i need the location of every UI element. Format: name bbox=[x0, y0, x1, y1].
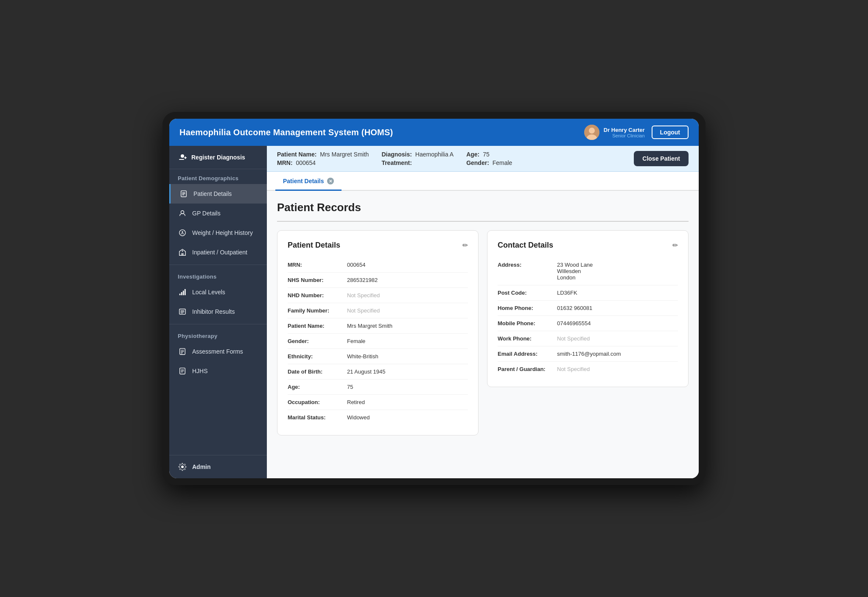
svg-rect-25 bbox=[181, 350, 184, 350]
field-label: Marital Status: bbox=[288, 414, 347, 421]
sidebar: Register Diagnosis Patient Demographics … bbox=[169, 146, 267, 478]
patient-details-label: Patient Details bbox=[193, 190, 232, 197]
svg-rect-14 bbox=[181, 253, 183, 255]
field-label: Parent / Guardian: bbox=[498, 366, 557, 372]
patient-info-grid: Patient Name: Mrs Margret Smith Diagnosi… bbox=[277, 151, 634, 166]
weight-height-label: Weight / Height History bbox=[192, 229, 253, 236]
patient-fields: MRN:000654NHS Number:2865321982NHD Numbe… bbox=[288, 257, 468, 425]
inpatient-icon bbox=[178, 248, 187, 257]
svg-point-3 bbox=[181, 154, 184, 158]
field-row: Mobile Phone:07446965554 bbox=[498, 316, 678, 331]
field-row: Parent / Guardian:Not Specified bbox=[498, 362, 678, 377]
svg-rect-15 bbox=[182, 251, 183, 252]
field-row: Occupation:Retired bbox=[288, 395, 468, 410]
field-label: Post Code: bbox=[498, 290, 557, 296]
field-label: Email Address: bbox=[498, 351, 557, 357]
admin-button[interactable]: Admin bbox=[169, 455, 267, 478]
field-value: 2865321982 bbox=[347, 277, 468, 283]
patient-details-card: Patient Details ✏ MRN:000654NHS Number:2… bbox=[277, 230, 479, 435]
field-label: Family Number: bbox=[288, 307, 347, 314]
svg-rect-31 bbox=[181, 371, 184, 371]
header-right: Dr Henry Carter Senior Clinician Logout bbox=[584, 125, 689, 140]
app-container: Haemophilia Outcome Management System (H… bbox=[169, 119, 699, 478]
field-row: Address:23 Wood Lane Willesden London bbox=[498, 257, 678, 285]
logout-button[interactable]: Logout bbox=[652, 126, 689, 139]
patient-details-edit-icon[interactable]: ✏ bbox=[462, 241, 468, 249]
field-label: Patient Name: bbox=[288, 323, 347, 329]
field-value: Mrs Margret Smith bbox=[347, 323, 468, 329]
svg-rect-19 bbox=[185, 289, 186, 295]
field-row: Ethnicity:White-British bbox=[288, 349, 468, 364]
inhibitor-results-label: Inhibitor Results bbox=[192, 308, 235, 315]
sidebar-item-weight-height[interactable]: Weight / Height History bbox=[169, 223, 267, 243]
field-row: Home Phone:01632 960081 bbox=[498, 301, 678, 316]
svg-rect-28 bbox=[181, 354, 182, 354]
field-label: MRN: bbox=[288, 262, 347, 268]
field-label: Home Phone: bbox=[498, 305, 557, 311]
field-row: Post Code:LD36FK bbox=[498, 285, 678, 301]
sidebar-item-gp-details[interactable]: GP Details bbox=[169, 204, 267, 223]
mrn-field: MRN: 000654 bbox=[277, 159, 369, 166]
user-role: Senior Clinician bbox=[604, 133, 645, 138]
patient-name-field: Patient Name: Mrs Margret Smith bbox=[277, 151, 369, 158]
svg-rect-23 bbox=[181, 313, 183, 313]
admin-icon bbox=[178, 462, 187, 471]
field-row: Work Phone:Not Specified bbox=[498, 331, 678, 346]
contact-details-edit-icon[interactable]: ✏ bbox=[672, 241, 678, 249]
sidebar-item-patient-details[interactable]: Patient Details bbox=[169, 184, 267, 204]
section-patient-demographics: Patient Demographics bbox=[169, 169, 267, 184]
sidebar-item-inhibitor-results[interactable]: Inhibitor Results bbox=[169, 302, 267, 321]
app-header: Haemophilia Outcome Management System (H… bbox=[169, 119, 699, 146]
register-diagnosis-label: Register Diagnosis bbox=[191, 154, 245, 161]
field-row: Patient Name:Mrs Margret Smith bbox=[288, 318, 468, 334]
field-value: Retired bbox=[347, 399, 468, 405]
field-label: Mobile Phone: bbox=[498, 320, 557, 326]
tab-close-button[interactable]: ✕ bbox=[327, 178, 334, 184]
field-value: Female bbox=[347, 338, 468, 344]
close-patient-button[interactable]: Close Patient bbox=[634, 151, 689, 166]
svg-rect-32 bbox=[181, 372, 183, 372]
gender-field: Gender: Female bbox=[466, 159, 512, 166]
avatar bbox=[584, 125, 599, 140]
hjhs-label: HJHS bbox=[192, 368, 208, 374]
field-value: Not Specified bbox=[347, 292, 468, 298]
field-value: Widowed bbox=[347, 414, 468, 421]
svg-rect-16 bbox=[179, 294, 181, 296]
svg-point-33 bbox=[181, 466, 184, 468]
sidebar-item-local-levels[interactable]: Local Levels bbox=[169, 282, 267, 302]
register-icon bbox=[178, 153, 187, 162]
hjhs-icon bbox=[178, 366, 187, 376]
cards-row: Patient Details ✏ MRN:000654NHS Number:2… bbox=[277, 230, 689, 435]
field-label: NHD Number: bbox=[288, 292, 347, 298]
user-text: Dr Henry Carter Senior Clinician bbox=[604, 127, 645, 138]
age-field: Age: 75 bbox=[466, 151, 512, 158]
assessment-forms-icon bbox=[178, 347, 187, 356]
field-value: 01632 960081 bbox=[557, 305, 678, 311]
field-label: NHS Number: bbox=[288, 277, 347, 283]
patient-details-card-title: Patient Details bbox=[288, 241, 340, 250]
svg-point-11 bbox=[181, 211, 184, 214]
assessment-forms-label: Assessment Forms bbox=[192, 348, 243, 355]
svg-rect-26 bbox=[181, 351, 184, 352]
sidebar-item-assessment-forms[interactable]: Assessment Forms bbox=[169, 342, 267, 361]
svg-point-13 bbox=[182, 231, 183, 233]
contact-details-card-title: Contact Details bbox=[498, 241, 553, 250]
svg-rect-21 bbox=[181, 310, 185, 311]
svg-rect-4 bbox=[179, 159, 184, 160]
tab-patient-details[interactable]: Patient Details ✕ bbox=[275, 172, 342, 191]
local-levels-icon bbox=[178, 287, 187, 297]
field-value: White-British bbox=[347, 353, 468, 360]
field-value: Not Specified bbox=[557, 366, 678, 372]
inhibitor-icon bbox=[178, 307, 187, 316]
sidebar-item-hjhs[interactable]: HJHS bbox=[169, 361, 267, 381]
register-diagnosis-button[interactable]: Register Diagnosis bbox=[169, 146, 267, 169]
svg-rect-6 bbox=[185, 156, 186, 159]
gp-details-label: GP Details bbox=[192, 210, 221, 217]
field-row: Email Address:smith-1176@yopmail.com bbox=[498, 346, 678, 362]
patient-details-icon bbox=[179, 189, 188, 198]
sidebar-item-inpatient-outpatient[interactable]: Inpatient / Outpatient bbox=[169, 243, 267, 262]
field-label: Address: bbox=[498, 262, 557, 268]
user-info: Dr Henry Carter Senior Clinician bbox=[584, 125, 645, 140]
device-frame: Haemophilia Outcome Management System (H… bbox=[162, 112, 706, 485]
svg-rect-27 bbox=[181, 352, 183, 353]
